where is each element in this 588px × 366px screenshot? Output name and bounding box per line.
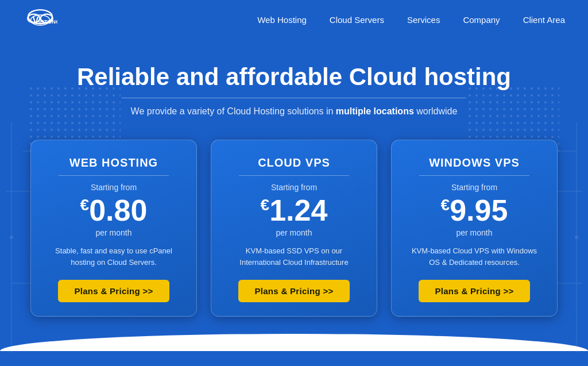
card-divider-cloud-vps (239, 175, 349, 176)
nav-item-client-area[interactable]: Client Area (523, 15, 565, 25)
price-value-cloud-vps: 1.24 (269, 194, 327, 227)
per-month-cloud-vps: per month (225, 228, 363, 237)
starting-from-windows-vps: Starting from (405, 183, 543, 192)
card-desc-web-hosting: Stable, fast and easy to use cPanel host… (45, 245, 183, 268)
hero-subtext-before: We provide a variety of Cloud Hosting so… (131, 106, 336, 116)
svg-point-25 (575, 236, 578, 239)
plans-pricing-button-web-hosting[interactable]: Plans & Pricing >> (58, 280, 169, 302)
plans-pricing-button-windows-vps[interactable]: Plans & Pricing >> (419, 280, 529, 302)
currency-cloud-vps: € (261, 196, 270, 214)
pricing-cards-section: WEB HOSTING Starting from €0.80 per mont… (0, 122, 588, 334)
card-windows-vps: WINDOWS VPS Starting from €9.95 per mont… (391, 140, 558, 317)
card-desc-cloud-vps: KVM-based SSD VPS on our International C… (225, 245, 363, 268)
price-cloud-vps: €1.24 (225, 194, 363, 227)
card-divider-web-hosting (59, 175, 169, 176)
bottom-wave (0, 334, 588, 351)
nav-link-web-hosting[interactable]: Web Hosting (257, 15, 307, 25)
hero-divider (122, 98, 466, 98)
plans-pricing-button-cloud-vps[interactable]: Plans & Pricing >> (238, 280, 349, 302)
hero-subtext-bold: multiple locations (336, 106, 414, 116)
price-web-hosting: €0.80 (45, 194, 183, 227)
card-cloud-vps: CLOUD VPS Starting from €1.24 per month … (211, 140, 377, 317)
svg-point-15 (10, 236, 13, 239)
nav-item-cloud-servers[interactable]: Cloud Servers (330, 15, 384, 25)
card-title-windows-vps: WINDOWS VPS (405, 156, 543, 169)
nav-item-company[interactable]: Company (463, 15, 500, 25)
nav-links: Web Hosting Cloud Servers Services Compa… (257, 15, 565, 25)
card-title-cloud-vps: CLOUD VPS (225, 156, 363, 169)
nav-item-web-hosting[interactable]: Web Hosting (257, 15, 307, 25)
hero-subtext: We provide a variety of Cloud Hosting so… (23, 106, 565, 117)
price-value-web-hosting: 0.80 (89, 194, 147, 227)
nav-link-cloud-servers[interactable]: Cloud Servers (330, 15, 384, 25)
nav-link-services[interactable]: Services (407, 15, 440, 25)
currency-windows-vps: € (441, 196, 450, 214)
logo[interactable]: V IRTONO (23, 6, 60, 34)
per-month-windows-vps: per month (405, 228, 543, 237)
nav-item-services[interactable]: Services (407, 15, 440, 25)
hero-section: Reliable and affordable Cloud hosting We… (0, 40, 588, 122)
nav-link-company[interactable]: Company (463, 15, 500, 25)
card-web-hosting: WEB HOSTING Starting from €0.80 per mont… (30, 140, 197, 317)
currency-web-hosting: € (80, 196, 90, 214)
starting-from-web-hosting: Starting from (45, 183, 183, 192)
navbar: V IRTONO Web Hosting Cloud Servers Servi… (0, 0, 588, 40)
hero-headline: Reliable and affordable Cloud hosting (23, 63, 565, 91)
starting-from-cloud-vps: Starting from (225, 183, 363, 192)
card-desc-windows-vps: KVM-based Cloud VPS with Windows OS & De… (405, 245, 543, 268)
card-divider-windows-vps (419, 175, 529, 176)
hero-subtext-after: worldwide (414, 106, 458, 116)
per-month-web-hosting: per month (45, 228, 183, 237)
nav-link-client-area[interactable]: Client Area (523, 15, 565, 25)
card-title-web-hosting: WEB HOSTING (45, 156, 183, 169)
price-value-windows-vps: 9.95 (450, 194, 508, 227)
price-windows-vps: €9.95 (405, 194, 543, 227)
